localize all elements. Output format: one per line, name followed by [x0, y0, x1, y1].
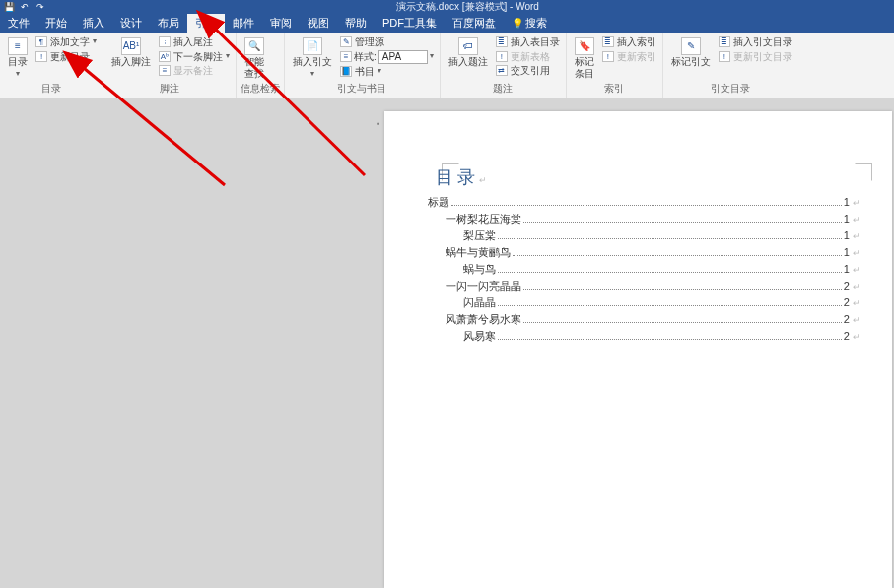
update-icon: !: [35, 51, 47, 62]
smart-lookup-button[interactable]: 🔍 智能 查找: [241, 35, 268, 81]
toc-heading-text: 目录: [436, 167, 479, 187]
toc-entry[interactable]: 一树梨花压海棠1 ↵: [446, 212, 860, 227]
manage-sources-button[interactable]: ✎管理源: [338, 35, 436, 49]
chevron-down-icon[interactable]: ▾: [430, 51, 434, 62]
toc-entry[interactable]: 闪晶晶2 ↵: [463, 295, 860, 310]
mark-icon: 🔖: [575, 37, 594, 55]
tab-pdf[interactable]: PDF工具集: [375, 14, 445, 33]
tab-search[interactable]: 💡 搜索: [504, 14, 555, 33]
insert-footnote-label: 插入脚注: [111, 56, 151, 68]
style-icon: ≡: [340, 51, 352, 62]
insert-toa-button[interactable]: ≣插入引文目录: [717, 35, 794, 49]
tab-baidu[interactable]: 百度网盘: [445, 14, 504, 33]
tab-home[interactable]: 开始: [37, 14, 75, 33]
save-icon[interactable]: 💾: [4, 2, 14, 12]
toc-entry[interactable]: 一闪一闪亮晶晶2 ↵: [446, 279, 860, 294]
insert-tof-button[interactable]: ≣插入表目录: [494, 35, 562, 49]
index-icon: ≣: [602, 36, 614, 47]
toc-icon: ≡: [8, 37, 28, 55]
caption-icon: 🏷: [458, 37, 478, 55]
toc-leader: [498, 238, 842, 239]
toc-leader: [498, 339, 842, 340]
update-toc-button[interactable]: !更新目录: [34, 50, 99, 64]
next-icon: Aᵇ: [159, 51, 171, 62]
bibliography-label: 书目: [355, 65, 375, 79]
next-footnote-label: 下一条脚注: [173, 50, 223, 64]
style-value[interactable]: APA: [378, 50, 428, 64]
add-text-button[interactable]: ¶添加文字▾: [34, 35, 99, 49]
style-select[interactable]: ≡ 样式: APA ▾: [338, 50, 436, 64]
manage-icon: ✎: [340, 36, 352, 47]
next-footnote-button[interactable]: Aᵇ下一条脚注▾: [157, 50, 232, 64]
tab-design[interactable]: 设计: [112, 14, 150, 33]
toc-entry-page: 2 ↵: [844, 296, 860, 308]
redo-icon[interactable]: ↷: [35, 2, 45, 12]
update-table-button: !更新表格: [494, 50, 562, 64]
group-citations-label: 引文与书目: [289, 81, 436, 98]
endnote-icon: ᵢ: [159, 36, 171, 47]
bulb-icon: 💡: [512, 18, 523, 29]
toc-entry[interactable]: 蜗牛与黄鹂鸟1 ↵: [446, 245, 860, 260]
ribbon: ≡ 目录 ▾ ¶添加文字▾ !更新目录 目录 AB¹ 插入脚注 ᵢ插入尾注 Aᵇ…: [0, 33, 894, 98]
group-toa-label: 引文目录: [667, 81, 794, 98]
toc-entry[interactable]: 标题1 ↵: [428, 195, 860, 210]
addtext-icon: ¶: [35, 36, 47, 47]
undo-icon[interactable]: ↶: [20, 2, 30, 12]
biblio-icon: 📘: [340, 66, 352, 77]
update-index-icon: !: [602, 51, 614, 62]
lookup-icon: 🔍: [244, 37, 264, 55]
cross-ref-button[interactable]: ⇄交叉引用: [494, 64, 562, 78]
toc-entry-text: 风易寒: [463, 329, 496, 344]
chevron-down-icon: ▾: [226, 51, 230, 62]
mark-citation-button[interactable]: ✎ 标记引文: [667, 35, 715, 81]
toc-entry[interactable]: 梨压棠1 ↵: [463, 229, 860, 243]
document-page[interactable]: • 目录↵ 标题1 ↵一树梨花压海棠1 ↵梨压棠1 ↵蜗牛与黄鹂鸟1 ↵蜗与鸟1…: [384, 111, 892, 588]
citation-icon: 📄: [303, 37, 322, 55]
insert-footnote-button[interactable]: AB¹ 插入脚注: [107, 35, 155, 81]
insert-caption-button[interactable]: 🏷 插入题注: [445, 35, 492, 81]
toc-entry[interactable]: 风易寒2 ↵: [463, 329, 860, 344]
toc-button-label: 目录: [8, 56, 28, 68]
update-toa-label: 更新引文目录: [733, 50, 792, 64]
group-index-label: 索引: [571, 81, 658, 98]
tab-view[interactable]: 视图: [300, 14, 337, 33]
update-index-label: 更新索引: [617, 50, 656, 64]
toc-entry-page: 1 ↵: [844, 263, 860, 275]
toc-entry[interactable]: 风萧萧兮易水寒2 ↵: [446, 312, 860, 327]
chevron-down-icon: ▾: [16, 69, 20, 78]
group-toc-label: 目录: [4, 81, 99, 98]
page-content: • 目录↵ 标题1 ↵一树梨花压海棠1 ↵梨压棠1 ↵蜗牛与黄鹂鸟1 ↵蜗与鸟1…: [384, 111, 892, 344]
toc-entry[interactable]: 蜗与鸟1 ↵: [463, 262, 860, 277]
search-label: 搜索: [525, 16, 547, 31]
ribbon-tabs: 文件 开始 插入 设计 布局 引用 邮件 审阅 视图 帮助 PDF工具集 百度网…: [0, 14, 894, 33]
show-notes-label: 显示备注: [173, 64, 213, 78]
mark-entry-button[interactable]: 🔖 标记 条目: [571, 35, 598, 81]
toc-entry-page: 1 ↵: [844, 196, 860, 208]
toc-list: 标题1 ↵一树梨花压海棠1 ↵梨压棠1 ↵蜗牛与黄鹂鸟1 ↵蜗与鸟1 ↵一闪一闪…: [426, 195, 860, 344]
toc-leader: [523, 289, 842, 290]
toc-button[interactable]: ≡ 目录 ▾: [4, 35, 32, 81]
bibliography-button[interactable]: 📘书目▾: [338, 65, 436, 79]
tab-references[interactable]: 引用: [187, 14, 225, 33]
document-title: 演示文稿.docx [兼容模式] - Word: [45, 0, 890, 14]
insert-citation-label: 插入引文: [293, 56, 332, 68]
chevron-down-icon: ▾: [378, 66, 381, 77]
insert-index-button[interactable]: ≣插入索引: [600, 35, 658, 49]
insert-citation-button[interactable]: 📄 插入引文 ▾: [289, 35, 336, 81]
tab-help[interactable]: 帮助: [337, 14, 375, 33]
tab-layout[interactable]: 布局: [150, 14, 187, 33]
tab-insert[interactable]: 插入: [75, 14, 112, 33]
toc-entry-text: 一树梨花压海棠: [446, 212, 521, 227]
tab-file[interactable]: 文件: [0, 14, 37, 33]
toc-leader: [523, 322, 842, 323]
chevron-down-icon: ▾: [93, 36, 97, 47]
tab-review[interactable]: 审阅: [262, 14, 300, 33]
tab-mailings[interactable]: 邮件: [225, 14, 262, 33]
group-captions: 🏷 插入题注 ≣插入表目录 !更新表格 ⇄交叉引用 题注: [441, 33, 567, 98]
update-table-label: 更新表格: [511, 50, 550, 64]
toc-entry-text: 梨压棠: [463, 229, 496, 243]
toc-leader: [523, 222, 842, 223]
insert-endnote-button[interactable]: ᵢ插入尾注: [157, 35, 232, 49]
group-index: 🔖 标记 条目 ≣插入索引 !更新索引 索引: [567, 33, 663, 98]
toc-entry-text: 蜗牛与黄鹂鸟: [446, 245, 511, 260]
